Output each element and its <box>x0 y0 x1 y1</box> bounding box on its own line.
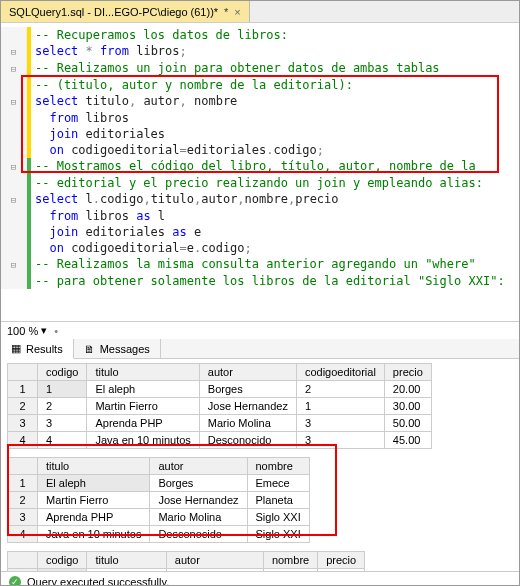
table-row[interactable]: 1El alephBorgesEmece <box>8 475 310 492</box>
column-header[interactable]: titulo <box>87 364 199 381</box>
table-row[interactable]: 11El alephBorgesEmece20.00 <box>8 569 365 572</box>
column-header[interactable]: autor <box>199 364 296 381</box>
chevron-down-icon: ▾ <box>41 324 47 337</box>
tab-title: SQLQuery1.sql - DI...EGO-PC\diego (61))* <box>9 6 218 18</box>
column-header[interactable]: autor <box>150 458 247 475</box>
tab-messages[interactable]: 🗎Messages <box>74 339 161 358</box>
table-row[interactable]: 3Aprenda PHPMario MolinaSiglo XXI <box>8 509 310 526</box>
close-icon[interactable]: × <box>234 6 240 18</box>
column-header[interactable]: titulo <box>38 458 150 475</box>
tab-bar: SQLQuery1.sql - DI...EGO-PC\diego (61))*… <box>1 1 519 23</box>
zoom-value: 100 % <box>7 325 38 337</box>
column-header[interactable]: codigoeditorial <box>296 364 384 381</box>
check-icon: ✓ <box>9 576 21 586</box>
column-header[interactable]: codigo <box>38 552 87 569</box>
table-row[interactable]: 4Java en 10 minutosDesconocidoSiglo XXI <box>8 526 310 543</box>
code-line: -- Recuperamos los datos de libros: <box>31 27 288 43</box>
result-grid-3[interactable]: codigotituloautornombreprecio11El alephB… <box>7 551 365 571</box>
result-grid-2[interactable]: tituloautornombre1El alephBorgesEmece2Ma… <box>7 457 310 543</box>
status-bar: ✓ Query executed successfully. <box>1 571 519 586</box>
column-header[interactable]: nombre <box>263 552 317 569</box>
status-text: Query executed successfully. <box>27 576 169 586</box>
column-header[interactable]: precio <box>318 552 365 569</box>
modified-star: * <box>224 6 228 18</box>
column-header[interactable]: precio <box>384 364 431 381</box>
table-row[interactable]: 11El alephBorges220.00 <box>8 381 432 398</box>
column-header[interactable]: autor <box>166 552 263 569</box>
result-grid-1[interactable]: codigotituloautorcodigoeditorialprecio11… <box>7 363 432 449</box>
message-icon: 🗎 <box>84 343 95 355</box>
table-row[interactable]: 2Martin FierroJose HernandezPlaneta <box>8 492 310 509</box>
column-header[interactable]: titulo <box>87 552 166 569</box>
zoom-control[interactable]: 100 % ▾ • <box>1 321 519 339</box>
sql-editor[interactable]: -- Recuperamos los datos de libros: ⊟sel… <box>1 23 519 321</box>
grid-icon: ▦ <box>11 342 21 355</box>
file-tab[interactable]: SQLQuery1.sql - DI...EGO-PC\diego (61))*… <box>1 1 250 22</box>
results-area: codigotituloautorcodigoeditorialprecio11… <box>1 359 519 571</box>
column-header[interactable]: codigo <box>38 364 87 381</box>
table-row[interactable]: 22Martin FierroJose Hernandez130.00 <box>8 398 432 415</box>
table-row[interactable]: 44Java en 10 minutosDesconocido345.00 <box>8 432 432 449</box>
tab-results[interactable]: ▦Results <box>1 339 74 359</box>
column-header[interactable]: nombre <box>247 458 309 475</box>
table-row[interactable]: 33Aprenda PHPMario Molina350.00 <box>8 415 432 432</box>
results-tabs: ▦Results 🗎Messages <box>1 339 519 359</box>
